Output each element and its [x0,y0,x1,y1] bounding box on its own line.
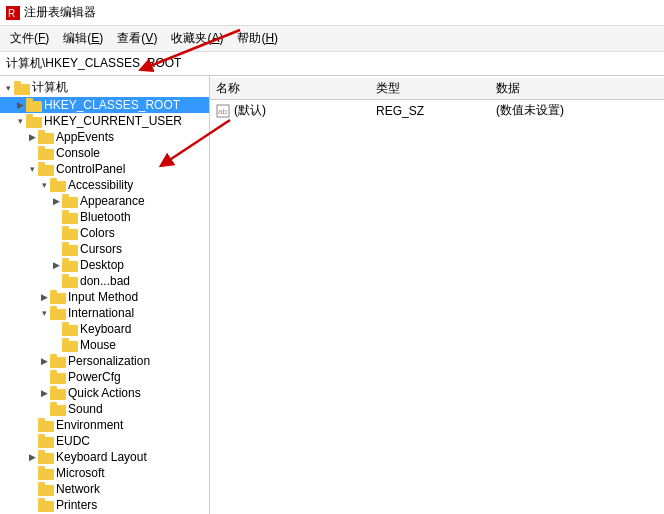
app-icon: R [6,6,20,20]
tree-node-controlpanel[interactable]: ▾ ControlPanel [0,161,209,177]
tree-node-personalization[interactable]: ▶ Personalization [0,353,209,369]
column-header-data: 数据 [496,80,658,97]
expander-inputmethod[interactable]: ▶ [38,291,50,303]
tree-node-sound[interactable]: ▶ Sound [0,401,209,417]
folder-icon-desktop [62,258,78,272]
table-header: 名称 类型 数据 [210,78,664,100]
tree-node-mouse[interactable]: ▶ Mouse [0,337,209,353]
label-mouse: Mouse [80,338,116,352]
tree-node-printers[interactable]: ▶ Printers [0,497,209,513]
cell-data: (数值未设置) [496,102,658,119]
tree-node-microsoft[interactable]: ▶ Microsoft [0,465,209,481]
tree-node-cursors[interactable]: ▶ Cursors [0,241,209,257]
svg-rect-39 [50,370,57,373]
svg-rect-34 [62,341,78,352]
svg-rect-35 [62,338,69,341]
expander-quickactions[interactable]: ▶ [38,387,50,399]
folder-icon-inputmethod [50,290,66,304]
tree-node-desktop[interactable]: ▶ Desktop [0,257,209,273]
svg-rect-15 [50,178,57,181]
menu-help[interactable]: 帮助(H) [231,28,284,49]
expander-appevents[interactable]: ▶ [26,131,38,143]
tree-node-keyboard[interactable]: ▶ Keyboard [0,321,209,337]
tree-panel[interactable]: ▾ 计算机 ▶ HKEY_CLASSES_ROOT ▾ [0,76,210,514]
tree-node-download[interactable]: ▶ don...bad [0,273,209,289]
svg-rect-4 [26,101,42,112]
table-row[interactable]: ab (默认) REG_SZ (数值未设置) [210,100,664,121]
svg-rect-22 [62,245,78,256]
svg-rect-37 [50,354,57,357]
svg-rect-18 [62,213,78,224]
svg-rect-13 [38,162,45,165]
cell-type: REG_SZ [376,104,496,118]
expander-appearance[interactable]: ▶ [50,195,62,207]
menu-bar: 文件(F) 编辑(E) 查看(V) 收藏夹(A) 帮助(H) [0,26,664,52]
tree-node-bluetooth[interactable]: ▶ Bluetooth [0,209,209,225]
folder-icon-keyboardlayout [38,450,54,464]
tree-node-hkey-classes-root[interactable]: ▶ HKEY_CLASSES_ROOT [0,97,209,113]
tree-node-appevents[interactable]: ▶ AppEvents [0,129,209,145]
folder-icon-download [62,274,78,288]
svg-rect-25 [62,258,69,261]
folder-icon-classes-root [26,98,42,112]
tree-node-console[interactable]: ▶ Console [0,145,209,161]
folder-icon-computer [14,81,30,95]
svg-rect-55 [38,498,45,501]
svg-rect-6 [26,117,42,128]
svg-rect-46 [38,437,54,448]
tree-node-environment[interactable]: ▶ Environment [0,417,209,433]
folder-icon-printers [38,498,54,512]
tree-node-powercfg[interactable]: ▶ PowerCfg [0,369,209,385]
svg-rect-54 [38,501,54,512]
folder-icon-sound [50,402,66,416]
tree-node-accessibility[interactable]: ▾ Accessibility [0,177,209,193]
menu-file[interactable]: 文件(F) [4,28,55,49]
label-sound: Sound [68,402,103,416]
tree-node-appearance[interactable]: ▶ Appearance [0,193,209,209]
tree-node-international[interactable]: ▾ International [0,305,209,321]
folder-icon-bluetooth [62,210,78,224]
label-download: don...bad [80,274,130,288]
tree-node-quickactions[interactable]: ▶ Quick Actions [0,385,209,401]
expander-current-user[interactable]: ▾ [14,115,26,127]
expander-keyboardlayout[interactable]: ▶ [26,451,38,463]
svg-rect-48 [38,453,54,464]
label-international: International [68,306,134,320]
svg-rect-24 [62,261,78,272]
expander-personalization[interactable]: ▶ [38,355,50,367]
menu-favorites[interactable]: 收藏夹(A) [165,28,229,49]
menu-edit[interactable]: 编辑(E) [57,28,109,49]
folder-icon-appevents [38,130,54,144]
expander-international[interactable]: ▾ [38,307,50,319]
label-inputmethod: Input Method [68,290,138,304]
folder-icon-microsoft [38,466,54,480]
folder-icon-colors [62,226,78,240]
tree-node-hkey-current-user[interactable]: ▾ HKEY_CURRENT_USER [0,113,209,129]
tree-node-computer[interactable]: ▾ 计算机 [0,78,209,97]
svg-rect-5 [26,98,33,101]
expander-classes-root[interactable]: ▶ [14,99,26,111]
label-current-user: HKEY_CURRENT_USER [44,114,182,128]
tree-node-network[interactable]: ▶ Network [0,481,209,497]
svg-rect-38 [50,373,66,384]
svg-rect-10 [38,149,54,160]
svg-rect-53 [38,482,45,485]
expander-computer[interactable]: ▾ [2,82,14,94]
label-personalization: Personalization [68,354,150,368]
label-printers: Printers [56,498,97,512]
cell-name: ab (默认) [216,102,376,119]
tree-node-inputmethod[interactable]: ▶ Input Method [0,289,209,305]
expander-controlpanel[interactable]: ▾ [26,163,38,175]
svg-rect-45 [38,418,45,421]
tree-node-colors[interactable]: ▶ Colors [0,225,209,241]
menu-view[interactable]: 查看(V) [111,28,163,49]
tree-node-keyboardlayout[interactable]: ▶ Keyboard Layout [0,449,209,465]
column-header-type: 类型 [376,80,496,97]
svg-rect-7 [26,114,33,117]
expander-accessibility[interactable]: ▾ [38,179,50,191]
tree-node-eudc[interactable]: ▶ EUDC [0,433,209,449]
expander-desktop[interactable]: ▶ [50,259,62,271]
svg-rect-43 [50,402,57,405]
main-layout: ▾ 计算机 ▶ HKEY_CLASSES_ROOT ▾ [0,76,664,514]
registry-value-icon: ab [216,104,230,118]
